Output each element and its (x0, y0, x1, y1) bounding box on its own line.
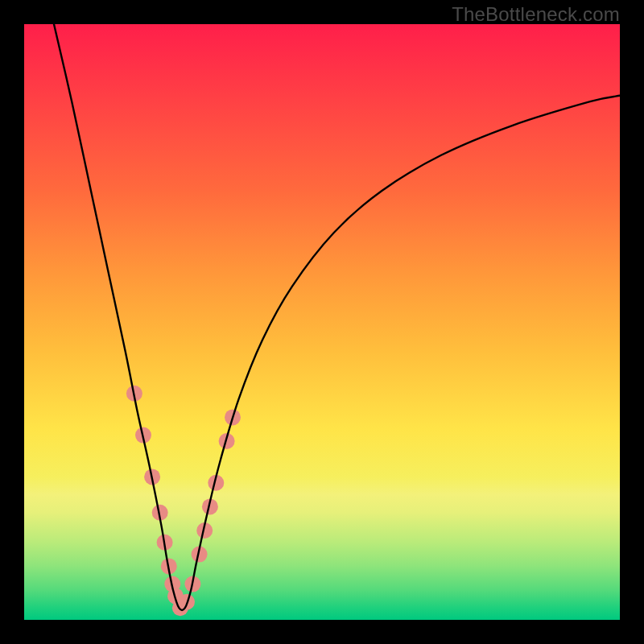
highlight-dots-layer (126, 386, 241, 616)
chart-svg (24, 24, 620, 620)
bottleneck-curve (54, 24, 620, 610)
chart-frame: TheBottleneck.com (0, 0, 644, 644)
watermark-text: TheBottleneck.com (452, 3, 620, 26)
